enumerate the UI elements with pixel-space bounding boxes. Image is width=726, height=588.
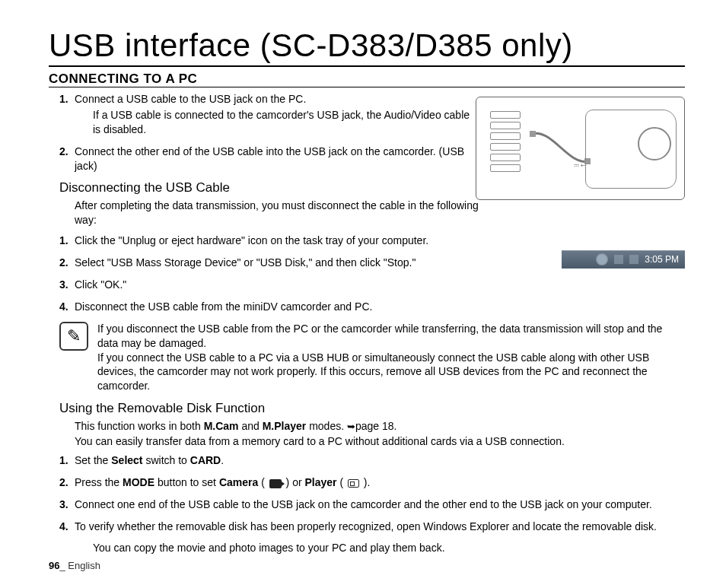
pc-back-panel-icon <box>484 108 527 190</box>
connect-step-1: Connect a USB cable to the USB jack on t… <box>59 92 470 137</box>
page-language: English <box>68 560 100 571</box>
connection-diagram: ⎓← <box>476 97 685 200</box>
camera-mode-icon <box>269 479 282 488</box>
removable-step-2: Press the MODE button to set Camera ( ) … <box>59 475 685 490</box>
removable-step-4: To verify whether the removable disk has… <box>59 520 685 534</box>
step-subnote: If a USB cable is connected to the camco… <box>93 108 470 137</box>
disconnect-steps-list: Click the "Unplug or eject hardware" ico… <box>59 234 685 314</box>
disconnect-step-2: Select "USB Mass Storage Device" or "USB… <box>59 256 685 270</box>
subheading-removable: Using the Removable Disk Function <box>59 401 685 416</box>
connect-step-2: Connect the other end of the USB cable i… <box>59 145 470 173</box>
step-text: Connect a USB cable to the USB jack on t… <box>75 93 306 105</box>
disconnect-intro: After completing the data transmission, … <box>75 199 486 227</box>
removable-step-3: Connect one end of the USB cable to the … <box>59 497 685 512</box>
warning-line-2: If you connect the USB cable to a PC via… <box>97 351 685 394</box>
svg-rect-0 <box>530 131 536 137</box>
page-ref-arrow-icon <box>347 420 355 432</box>
step-text: Connect the other end of the USB cable i… <box>75 145 464 172</box>
disconnect-step-4: Disconnect the USB cable from the miniDV… <box>59 300 685 314</box>
player-mode-icon <box>348 479 359 488</box>
disconnect-step-1: Click the "Unplug or eject hardware" ico… <box>59 234 685 248</box>
removable-step-1: Set the Select switch to CARD. <box>59 453 685 468</box>
mcam-label: M.Cam <box>204 420 239 432</box>
disconnect-step-3: Click "OK." <box>59 278 685 292</box>
warning-text: If you disconnect the USB cable from the… <box>97 322 685 393</box>
note-pencil-icon: ✎ <box>59 322 88 351</box>
camcorder-icon <box>585 110 677 189</box>
page-number: 96 <box>49 560 59 571</box>
removable-steps-list: Set the Select switch to CARD. Press the… <box>59 453 685 534</box>
removable-final-note: You can copy the movie and photo images … <box>93 542 685 554</box>
section-heading-connecting: CONNECTING TO A PC <box>49 72 685 87</box>
mplayer-label: M.Player <box>263 420 307 432</box>
warning-line-1: If you disconnect the USB cable from the… <box>97 322 685 351</box>
page-title: USB interface (SC-D383/D385 only) <box>49 27 685 67</box>
page-reference: page 18. <box>355 420 397 432</box>
page-footer: 96_ English <box>49 560 100 571</box>
warning-note: ✎ If you disconnect the USB cable from t… <box>59 322 685 393</box>
removable-intro: This function works in both M.Cam and M.… <box>75 419 685 449</box>
